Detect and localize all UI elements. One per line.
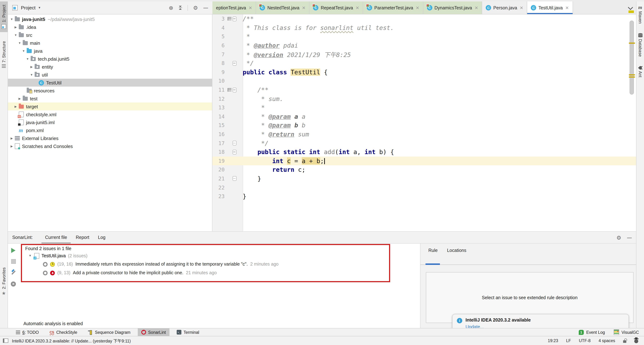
tree-item[interactable]: resources: [8, 87, 212, 95]
tree-item[interactable]: ▶Scratches and Consoles: [8, 142, 212, 150]
tool-button-terminal[interactable]: >_ Terminal: [173, 328, 203, 336]
code-line[interactable]: 17 */: [212, 139, 636, 148]
code-line[interactable]: 23}: [212, 192, 636, 201]
editor-tab[interactable]: CPerson.java✕: [482, 2, 527, 14]
code-line[interactable]: 4 * This class is for sonarlint util tes…: [212, 23, 636, 32]
editor-tab[interactable]: eptionTest.java✕: [212, 2, 256, 14]
editor-tab[interactable]: CNestedTest.java✕: [256, 2, 310, 14]
inspection-indicator[interactable]: [628, 11, 634, 13]
issue-row[interactable]: (19, 16)Immediately return this expressi…: [22, 260, 389, 268]
chevron-expanded-icon[interactable]: ▼: [18, 41, 22, 45]
close-icon[interactable]: ✕: [520, 5, 523, 10]
code-line[interactable]: 9public class TestUtil {: [212, 68, 636, 77]
editor-scrollbar[interactable]: [630, 21, 634, 95]
warning-stripe-mark[interactable]: [629, 77, 635, 78]
caret-position[interactable]: 19:23: [548, 338, 558, 343]
tree-item[interactable]: CTestUtil: [8, 79, 212, 87]
toolwindow-toggle-icon[interactable]: [3, 338, 8, 343]
code-line[interactable]: 11 /**: [212, 86, 636, 94]
encoding[interactable]: UTF-8: [579, 338, 591, 343]
tree-item[interactable]: ▼java: [8, 47, 212, 55]
fold-start-icon[interactable]: [232, 88, 236, 92]
chevron-expanded-icon[interactable]: ▼: [22, 49, 26, 53]
chevron-expanded-icon[interactable]: ▼: [10, 18, 14, 21]
tree-item[interactable]: ▼tech.pdai.junit5: [8, 55, 212, 63]
gear-icon[interactable]: ⚙: [616, 235, 621, 240]
code-line[interactable]: 12 * sum.: [212, 94, 636, 103]
close-icon[interactable]: ✕: [474, 5, 478, 10]
tree-item[interactable]: mpom.xml: [8, 126, 212, 134]
warning-stripe-mark[interactable]: [629, 74, 635, 75]
tree-item[interactable]: ▶External Libraries: [8, 134, 212, 142]
tool-button-database[interactable]: Database: [638, 33, 642, 57]
fold-end-icon[interactable]: [232, 61, 236, 66]
fold-start-icon[interactable]: [232, 150, 236, 154]
locate-file-icon[interactable]: ⊕: [169, 5, 173, 11]
project-view-title[interactable]: Project: [21, 5, 36, 11]
code-line[interactable]: 15 * @param b b: [212, 121, 636, 130]
tab-current-file[interactable]: Current file: [41, 231, 72, 243]
inspection-profile-icon[interactable]: [634, 339, 638, 343]
tree-item[interactable]: ▶test: [8, 95, 212, 103]
close-icon[interactable]: ✕: [302, 5, 306, 10]
configure-icon[interactable]: [11, 270, 16, 275]
close-icon[interactable]: ✕: [356, 5, 359, 10]
code-line[interactable]: 20 return c;: [212, 165, 636, 174]
editor-tab[interactable]: CRepeatTest.java✕: [310, 2, 363, 14]
tool-button-ant[interactable]: Ant: [638, 66, 642, 77]
code-line[interactable]: 16 * @return sum: [212, 130, 636, 139]
tool-button-sonarlint[interactable]: SonarLint: [138, 328, 170, 336]
chevron-expanded-icon[interactable]: ▼: [26, 57, 30, 61]
tab-log[interactable]: Log: [94, 231, 110, 243]
tree-item[interactable]: ▶target: [8, 103, 212, 110]
code-line[interactable]: 7 * @version 2021/1/29 下午8:25: [212, 50, 636, 59]
code-line[interactable]: 10: [212, 77, 636, 85]
code-line[interactable]: 3/**: [212, 15, 636, 23]
tree-item[interactable]: ▼main: [8, 39, 212, 47]
fold-end-icon[interactable]: [232, 176, 236, 181]
chevron-collapsed-icon[interactable]: ▶: [14, 26, 18, 29]
chevron-collapsed-icon[interactable]: ▶: [30, 65, 34, 68]
tab-rule[interactable]: Rule: [428, 248, 438, 253]
chevron-collapsed-icon[interactable]: ▶: [10, 145, 14, 148]
chevron-collapsed-icon[interactable]: ▶: [10, 137, 14, 140]
chevron-expanded-icon[interactable]: ▼: [30, 73, 34, 76]
status-message[interactable]: IntelliJ IDEA 2020.3.2 available: // Upd…: [12, 338, 131, 343]
tool-button-maven[interactable]: m Maven: [638, 5, 642, 24]
editor-tab[interactable]: CDynamicsTest.java✕: [423, 2, 482, 14]
tool-button-project[interactable]: 1: Project: [0, 2, 8, 32]
chevron-collapsed-icon[interactable]: ▶: [14, 105, 18, 108]
line-separator[interactable]: LF: [566, 338, 571, 343]
tree-item[interactable]: ▼java-junit5~/pdai/www/java-junit5: [8, 15, 212, 23]
tree-item[interactable]: checkstyle.xml: [8, 110, 212, 118]
issues-file-row[interactable]: ▼ TestUtil.java (2 issues): [22, 251, 389, 260]
chevron-collapsed-icon[interactable]: ▶: [18, 97, 22, 100]
editor-tab[interactable]: CTestUtil.java✕: [527, 2, 573, 14]
tree-item[interactable]: ▼util: [8, 71, 212, 79]
warning-stripe-mark[interactable]: [629, 43, 635, 44]
tab-locations[interactable]: Locations: [447, 248, 466, 253]
tree-item[interactable]: ▶.idea: [8, 23, 212, 31]
code-line[interactable]: 14 * @param a a: [212, 112, 636, 121]
tree-item[interactable]: ▶entity: [8, 63, 212, 71]
issue-row[interactable]: (9, 13)Add a private constructor to hide…: [22, 268, 389, 277]
code-line[interactable]: 19 int c = a + b;: [212, 156, 636, 165]
analyze-play-icon[interactable]: [11, 248, 16, 253]
close-icon[interactable]: ✕: [565, 5, 569, 10]
hidden-tabs-chevron-icon[interactable]: [628, 5, 633, 10]
hide-panel-icon[interactable]: —: [627, 235, 632, 240]
tree-item[interactable]: java-junit5.iml: [8, 118, 212, 126]
stop-icon[interactable]: [11, 259, 16, 264]
code-line[interactable]: 18 public static int add(int a, int b) {: [212, 148, 636, 156]
collapse-all-icon[interactable]: [179, 6, 182, 10]
event-log-button[interactable]: 1 Event Log: [579, 328, 605, 336]
tool-button-favorites[interactable]: 2: Favorites ★: [2, 267, 6, 295]
code-line[interactable]: 8 */: [212, 59, 636, 68]
tree-item[interactable]: ▼src: [8, 31, 212, 39]
fold-end-icon[interactable]: [232, 141, 236, 145]
chevron-expanded-icon[interactable]: ▼: [28, 254, 32, 257]
editor[interactable]: 3/**4 * This class is for sonarlint util…: [212, 15, 636, 231]
editor-tab[interactable]: CParameterTest.java✕: [363, 2, 423, 14]
tool-button-sequence-diagram[interactable]: Sequence Diagram: [84, 328, 134, 336]
chevron-down-icon[interactable]: ▼: [38, 6, 41, 10]
